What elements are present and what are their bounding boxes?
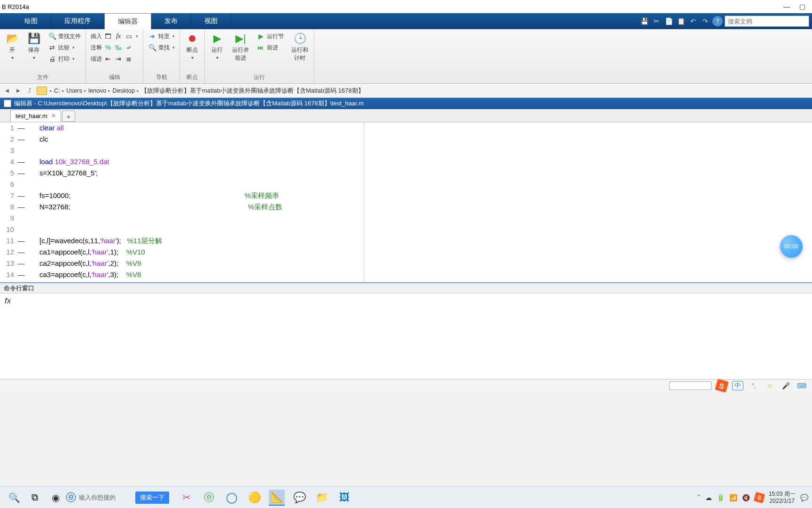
window-title: B R2014a bbox=[2, 3, 29, 10]
find-files-icon: 🔍 bbox=[48, 32, 56, 40]
window-titlebar: B R2014a — ▢ bbox=[0, 0, 812, 13]
qat-save-icon[interactable]: 💾 bbox=[639, 16, 649, 26]
qat-copy-icon[interactable]: 📄 bbox=[664, 16, 674, 26]
ie-icon[interactable]: ⓔ bbox=[66, 491, 76, 505]
compare-icon: ⇄ bbox=[48, 43, 56, 52]
tab-editor[interactable]: 编辑器 bbox=[104, 13, 151, 29]
file-tabstrip: test_haar.m ✕ + bbox=[0, 109, 812, 122]
find-button[interactable]: 🔍查找▾ bbox=[146, 42, 177, 53]
run-button[interactable]: ▶ 运行▾ bbox=[208, 31, 226, 61]
run-play-icon: ▶ bbox=[211, 32, 224, 45]
column-ruler bbox=[364, 122, 364, 282]
fx-icon: fx bbox=[114, 32, 123, 40]
ime-keyboard-icon[interactable]: ⌨ bbox=[796, 381, 807, 390]
command-window[interactable]: fx bbox=[0, 294, 812, 379]
app-snip-icon[interactable]: ✂ bbox=[179, 490, 195, 506]
qat-undo-icon[interactable]: ↶ bbox=[688, 16, 698, 26]
app-matlab-icon[interactable]: 📐 bbox=[269, 490, 285, 506]
group-run-label: 运行 bbox=[208, 72, 311, 82]
tray-battery-icon[interactable]: 🔋 bbox=[717, 494, 725, 501]
print-button[interactable]: 🖨打印▾ bbox=[46, 54, 83, 64]
qat-paste-icon[interactable]: 📋 bbox=[676, 16, 686, 26]
address-bar: ◄ ► ⤴ ▸C: ▸Users ▸lenovo ▸Desktop ▸【故障诊断… bbox=[0, 84, 812, 98]
breadcrumb[interactable]: ▸C: ▸Users ▸lenovo ▸Desktop ▸【故障诊断分析】基于m… bbox=[50, 87, 364, 95]
ribbon-toolbar: 📂 开▾ 💾 保存▾ 🔍查找文件 ⇄比较▾ 🖨打印▾ 文件 插入 🗔 fx ▭▾… bbox=[0, 29, 812, 84]
breakpoint-button[interactable]: 断点▾ bbox=[183, 31, 202, 61]
find-icon: 🔍 bbox=[148, 43, 156, 52]
run-time-button[interactable]: 🕒 运行和 计时 bbox=[289, 31, 311, 63]
status-bar: S 中 °, ☺ 🎤 ⌨ bbox=[0, 379, 812, 391]
ime-lang-badge[interactable]: 中 bbox=[732, 381, 743, 390]
app-wechat-icon[interactable]: 💬 bbox=[291, 490, 307, 506]
indent-button[interactable]: 缩进 ⇤ ⇥ ≣ bbox=[89, 54, 140, 64]
tray-sogou-icon[interactable]: S bbox=[753, 492, 765, 503]
qat-help-icon[interactable]: ? bbox=[712, 16, 723, 26]
taskbar-search-hint[interactable]: 输入你想搜的 bbox=[79, 493, 116, 502]
advance-button[interactable]: ⏭前进 bbox=[255, 42, 286, 53]
editor-panel-title: 编辑器 - C:\Users\lenovo\Desktop\【故障诊断分析】基于… bbox=[0, 98, 812, 109]
tray-clock[interactable]: 15:03 周一 2022/1/17 bbox=[769, 491, 796, 504]
run-advance-button[interactable]: ▶| 运行并 前进 bbox=[229, 31, 252, 63]
print-icon: 🖨 bbox=[48, 55, 56, 63]
find-files-button[interactable]: 🔍查找文件 bbox=[46, 31, 83, 41]
group-nav-label: 导航 bbox=[146, 72, 177, 82]
search-icon[interactable]: 🔍 bbox=[4, 488, 24, 507]
add-tab-button[interactable]: + bbox=[62, 111, 75, 122]
ime-punct-icon[interactable]: °, bbox=[748, 381, 759, 390]
open-folder-icon: 📂 bbox=[6, 32, 19, 45]
obs-icon[interactable]: ◉ bbox=[45, 488, 66, 507]
qat-redo-icon[interactable]: ↷ bbox=[700, 16, 710, 26]
compare-button[interactable]: ⇄比较▾ bbox=[46, 42, 83, 53]
tray-notifications-icon[interactable]: 💬 bbox=[800, 494, 808, 501]
search-docs-input[interactable] bbox=[725, 16, 809, 27]
comment-button[interactable]: 注释 % ‰ ⤶ bbox=[89, 42, 140, 53]
ime-emoji-icon[interactable]: ☺ bbox=[764, 381, 775, 390]
tray-expand-icon[interactable]: ˄ bbox=[697, 494, 701, 501]
clock-icon: 🕒 bbox=[293, 32, 306, 45]
save-disk-icon: 💾 bbox=[27, 32, 40, 45]
app-photos-icon[interactable]: 🖼 bbox=[336, 490, 352, 506]
file-tab-test-haar[interactable]: test_haar.m ✕ bbox=[10, 110, 61, 122]
app-360-icon[interactable]: ⓔ bbox=[201, 490, 217, 506]
open-button[interactable]: 📂 开▾ bbox=[3, 31, 22, 61]
save-button[interactable]: 💾 保存▾ bbox=[24, 31, 43, 61]
command-prompt: fx bbox=[5, 296, 11, 305]
task-view-icon[interactable]: ⧉ bbox=[24, 488, 45, 507]
insert-button[interactable]: 插入 🗔 fx ▭▾ bbox=[89, 31, 140, 41]
sogou-ime-icon[interactable]: S bbox=[715, 379, 728, 392]
taskbar-search-button[interactable]: 搜索一下 bbox=[135, 492, 169, 504]
nav-up-icon[interactable]: ⤴ bbox=[25, 87, 34, 95]
comment-add-icon: % bbox=[104, 43, 112, 52]
app-explorer-icon[interactable]: 📁 bbox=[314, 490, 330, 506]
nav-back-icon[interactable]: ◄ bbox=[3, 87, 11, 95]
group-break-label: 断点 bbox=[183, 72, 202, 82]
app-edge-icon[interactable]: ◯ bbox=[224, 490, 240, 506]
tab-plot[interactable]: 绘图 bbox=[11, 13, 51, 29]
window-maximize-button[interactable]: ▢ bbox=[799, 3, 805, 10]
tab-publish[interactable]: 发布 bbox=[151, 13, 191, 29]
app-chrome-icon[interactable]: 🟡 bbox=[246, 490, 262, 506]
tray-wifi-icon[interactable]: 📶 bbox=[729, 494, 737, 501]
run-advance-icon: ▶| bbox=[234, 32, 247, 45]
editor-doc-icon bbox=[4, 100, 11, 107]
code-area[interactable]: clear all clc load 10k_32768_5.dat s=X10… bbox=[25, 122, 812, 282]
nav-fwd-icon[interactable]: ► bbox=[14, 87, 23, 95]
close-tab-icon[interactable]: ✕ bbox=[51, 112, 56, 119]
qat-cut-icon[interactable]: ✂ bbox=[651, 16, 662, 26]
run-section-button[interactable]: ▶运行节 bbox=[255, 31, 286, 41]
windows-taskbar: 🔍 ⧉ ◉ ⓔ 输入你想搜的 搜索一下 ✂ ⓔ ◯ 🟡 📐 💬 📁 🖼 ˄ ☁ … bbox=[0, 486, 812, 508]
tab-view[interactable]: 视图 bbox=[191, 13, 231, 29]
indent-auto-icon: ≣ bbox=[125, 55, 133, 63]
tray-cloud-icon[interactable]: ☁ bbox=[705, 494, 712, 501]
timer-bubble[interactable]: 00:00 bbox=[780, 235, 803, 258]
ime-voice-icon[interactable]: 🎤 bbox=[780, 381, 791, 390]
status-input[interactable] bbox=[669, 381, 711, 390]
window-minimize-button[interactable]: — bbox=[783, 3, 790, 10]
tab-apps[interactable]: 应用程序 bbox=[51, 13, 104, 29]
goto-button[interactable]: ➜转至▾ bbox=[146, 31, 177, 41]
group-edit-label: 编辑 bbox=[89, 72, 140, 82]
comment-remove-icon: ‰ bbox=[114, 43, 123, 52]
tray-volume-icon[interactable]: 🔇 bbox=[742, 494, 750, 501]
line-number-gutter: 1234567891011121314 bbox=[0, 122, 17, 282]
code-editor[interactable]: 1234567891011121314 —————————— clear all… bbox=[0, 122, 812, 282]
